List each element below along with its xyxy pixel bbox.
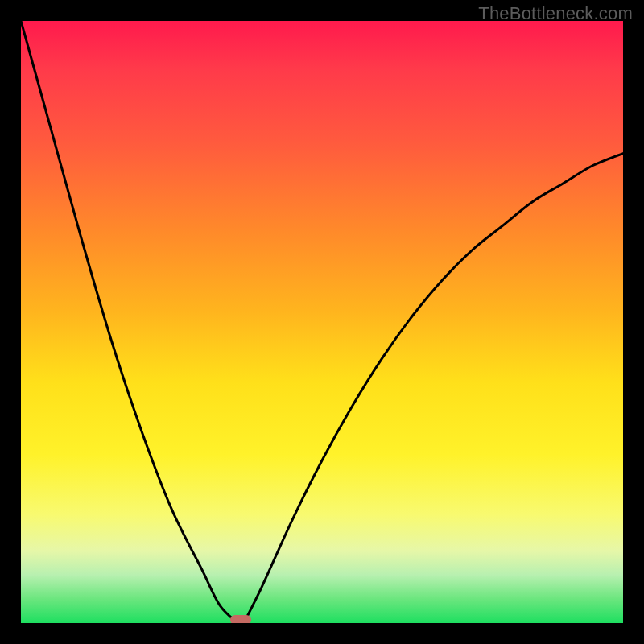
minimum-marker: [230, 615, 251, 623]
plot-area: [21, 21, 623, 623]
curve-layer: [21, 21, 623, 623]
chart-frame: TheBottleneck.com: [0, 0, 644, 644]
curve-left: [21, 21, 237, 623]
watermark-text: TheBottleneck.com: [478, 3, 633, 24]
curve-right: [244, 154, 623, 623]
